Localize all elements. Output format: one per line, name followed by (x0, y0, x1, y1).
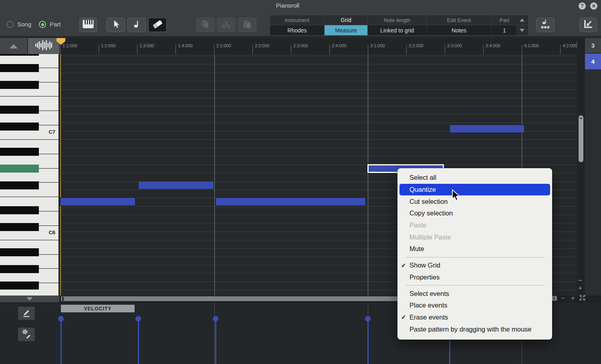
piano-key-black[interactable] (0, 106, 39, 114)
menu-item-properties[interactable]: Properties (397, 271, 552, 284)
piano-key-black[interactable] (0, 248, 39, 256)
arrow-down-icon (26, 297, 33, 301)
setting-instrument: InstrumentRhodes (270, 15, 324, 35)
menu-item-paste-pattern-by-dragging-with-the-mouse[interactable]: Paste pattern by dragging with the mouse (397, 323, 552, 335)
vertical-scrollbar[interactable] (579, 115, 583, 162)
draw-note-tool-button[interactable] (127, 18, 146, 32)
part-radio[interactable] (39, 21, 46, 28)
white-key-separator (0, 240, 58, 240)
horizontal-zoom-in-button[interactable]: + (569, 295, 577, 302)
menu-item-label: Properties (409, 274, 440, 281)
setting-value[interactable]: 1 (492, 25, 517, 35)
velocity-settings-button[interactable] (18, 328, 35, 341)
waveform-icon (35, 39, 52, 53)
setting-value[interactable]: Notes (427, 25, 491, 35)
note-length-button[interactable] (536, 18, 555, 32)
menu-item-label: Mute (409, 245, 424, 253)
grid-row-line (60, 56, 577, 56)
part-spinner (516, 15, 528, 35)
piano-key-black[interactable] (0, 81, 39, 89)
menu-item-select-events[interactable]: Select events (397, 288, 552, 300)
menu-item-place-events[interactable]: Place events (397, 300, 552, 312)
setting-value[interactable]: Linked to grid (368, 25, 426, 35)
waveform-view-button[interactable] (28, 38, 59, 54)
ruler-tick (406, 45, 407, 54)
ruler-label: 3:2:000 (409, 43, 424, 48)
piano-keyboard[interactable]: C7C6 (0, 54, 59, 296)
close-icon[interactable]: ✕ (590, 2, 597, 10)
white-key-separator (39, 211, 58, 211)
piano-key-black[interactable] (0, 181, 39, 189)
note-length-icon (540, 18, 551, 31)
ruler-tick (252, 45, 253, 54)
timeline-ruler[interactable]: 1:1:0001:2:0001:3:0001:4:0002:1:0002:2:0… (60, 38, 577, 54)
eraser-tool-button[interactable] (148, 18, 167, 32)
copy-button[interactable] (196, 18, 215, 32)
playhead-marker[interactable] (56, 38, 65, 46)
mini-roll-icon[interactable] (552, 296, 557, 301)
menu-item-quantize[interactable]: Quantize (399, 184, 550, 196)
ruler-label: 3:1:000 (370, 43, 385, 48)
midi-note[interactable] (216, 197, 366, 206)
keyboard-scroll-up-button[interactable] (0, 38, 27, 54)
white-key-separator (39, 182, 58, 183)
ruler-label: 1:2:000 (101, 43, 116, 48)
horizontal-zoom-controls: − + (552, 295, 586, 302)
horizontal-zoom-out-button[interactable]: − (559, 295, 567, 302)
grid-row-line (60, 89, 577, 90)
song-radio[interactable] (6, 21, 14, 28)
velocity-draw-button[interactable] (18, 307, 35, 320)
keyboard-scroll-down-button[interactable] (0, 296, 59, 302)
setting-value[interactable]: Rhodes (270, 25, 324, 35)
piano-key-black[interactable] (0, 64, 39, 72)
part-up-button[interactable] (516, 15, 528, 25)
midi-note[interactable] (138, 181, 214, 189)
midi-note[interactable] (450, 125, 524, 133)
white-key-separator (39, 111, 58, 111)
piano-key-black[interactable] (0, 282, 39, 290)
ruler-label: 3:3:000 (447, 43, 462, 48)
menu-item-show-grid[interactable]: ✓Show Grid (397, 259, 552, 271)
vertical-zoom-out-button[interactable]: − (576, 277, 584, 284)
keyboard-toggle-button[interactable] (79, 18, 97, 32)
midi-note[interactable] (60, 197, 135, 206)
import-corner-icon (583, 19, 593, 31)
piano-key-black[interactable] (0, 148, 39, 156)
piano-key-black[interactable] (0, 265, 39, 273)
ruler-tick (560, 45, 561, 54)
part-tab-4[interactable]: 4 (585, 54, 601, 69)
ruler-label: 2:1:000 (216, 43, 231, 48)
velocity-measure-line (214, 302, 215, 364)
piano-key-black-partial[interactable] (0, 54, 39, 56)
vertical-zoom-in-button[interactable]: + (576, 285, 584, 292)
menu-item-mute[interactable]: Mute (397, 243, 552, 255)
ruler-label: 2:2:000 (255, 43, 270, 48)
import-to-corner-button[interactable] (579, 18, 597, 32)
expand-fullscreen-icon[interactable] (579, 294, 586, 303)
radio-dot (41, 23, 44, 26)
menu-item-label: Paste pattern by dragging with the mouse (409, 326, 532, 333)
ruler-tick (291, 45, 291, 54)
grid-row-line (60, 148, 577, 148)
menu-item-erase-events[interactable]: ✓Erase events (397, 312, 552, 324)
part-down-button[interactable] (516, 25, 528, 35)
ruler-label: 2:4:000 (332, 43, 347, 48)
ruler-label: 2:3:000 (293, 43, 308, 48)
eraser-icon (152, 19, 163, 31)
menu-item-cut-selection[interactable]: Cut selection (397, 195, 552, 207)
menu-item-copy-selection[interactable]: Copy selection (397, 207, 552, 219)
piano-key-highlighted[interactable] (0, 165, 39, 173)
ruler-label: 1:3:000 (139, 43, 154, 48)
playhead-line (60, 54, 61, 296)
menu-item-paste[interactable]: Paste (397, 219, 552, 231)
menu-item-select-all[interactable]: Select all (397, 172, 552, 184)
ruler-tick (522, 45, 522, 54)
select-tool-button[interactable] (107, 18, 125, 32)
piano-key-black[interactable] (0, 206, 39, 214)
part-tab-3[interactable]: 3 (585, 38, 601, 53)
cut-button[interactable] (217, 18, 236, 32)
help-icon[interactable]: ? (579, 2, 586, 10)
setting-value[interactable]: Measure (325, 25, 367, 35)
menu-item-multiple-paste[interactable]: Multiple Paste (397, 231, 552, 243)
paste-button[interactable] (238, 18, 256, 32)
